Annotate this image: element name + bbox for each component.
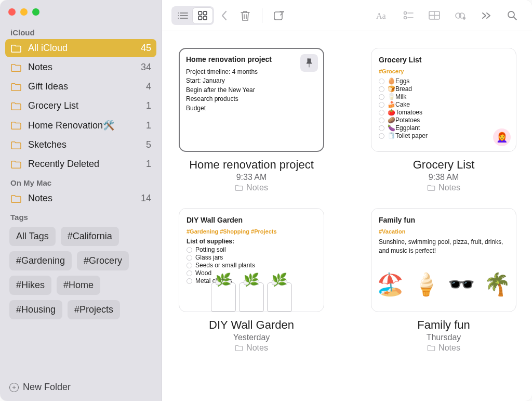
note-location: Notes bbox=[427, 183, 460, 192]
more-button[interactable] bbox=[475, 6, 498, 25]
folder-name: Sketches bbox=[28, 139, 146, 150]
checklist-item: Seeds or small plants bbox=[187, 262, 316, 269]
checklist-text: Seeds or small plants bbox=[195, 262, 255, 269]
close-window-button[interactable] bbox=[8, 8, 16, 16]
minimize-window-button[interactable] bbox=[20, 8, 28, 16]
checklist-text: 🥛Milk bbox=[388, 93, 406, 100]
checklist-text: Glass jars bbox=[195, 254, 223, 261]
chevron-double-right-icon bbox=[481, 12, 491, 19]
folder-name: Notes bbox=[28, 193, 141, 204]
compose-button[interactable] bbox=[268, 6, 290, 25]
note: DIY Wall Garden#Gardening #Shopping #Pro… bbox=[179, 208, 324, 353]
folder-icon bbox=[427, 344, 435, 352]
new-folder-button[interactable]: + New Folder bbox=[5, 377, 156, 396]
checklist-text: 🍅Tomatoes bbox=[388, 109, 422, 116]
svg-point-17 bbox=[404, 16, 407, 19]
folder-count: 1 bbox=[146, 159, 151, 170]
checkbox-icon bbox=[379, 94, 384, 100]
sidebar-folder[interactable]: Sketches5 bbox=[5, 136, 156, 154]
note-card[interactable]: DIY Wall Garden#Gardening #Shopping #Pro… bbox=[179, 208, 324, 312]
note: Family fun#VacationSunshine, swimming po… bbox=[371, 208, 516, 353]
svg-rect-7 bbox=[204, 11, 207, 15]
sidebar-folder[interactable]: Home Renovation🛠️1 bbox=[5, 116, 156, 135]
svg-point-15 bbox=[404, 11, 407, 14]
sidebar-section-label: iCloud bbox=[5, 23, 156, 39]
list-icon bbox=[178, 12, 188, 19]
card-title: Grocery List bbox=[379, 56, 509, 64]
sidebar-folder[interactable]: All iCloud45 bbox=[5, 39, 156, 57]
checklist-text: 🍞Bread bbox=[388, 85, 412, 93]
checklist-item: 🧻Toilet paper bbox=[379, 132, 509, 139]
tag-pill[interactable]: #California bbox=[61, 227, 119, 246]
tags-section-label: Tags bbox=[5, 208, 156, 224]
svg-rect-8 bbox=[198, 16, 202, 20]
checklist-item: 🍰Cake bbox=[379, 101, 509, 108]
checklist-item: Glass jars bbox=[187, 254, 316, 261]
checklist-text: 🥔Potatoes bbox=[388, 117, 420, 124]
search-button[interactable] bbox=[501, 6, 524, 25]
tag-pill[interactable]: #Grocery bbox=[77, 251, 129, 270]
note-card[interactable]: Family fun#VacationSunshine, swimming po… bbox=[371, 208, 516, 312]
compose-icon bbox=[273, 10, 285, 21]
sidebar-folder[interactable]: Notes34 bbox=[5, 58, 156, 76]
checklist-icon bbox=[403, 11, 414, 20]
sidebar-folder[interactable]: Recently Deleted1 bbox=[5, 155, 156, 173]
toolbar: Aa + bbox=[162, 0, 532, 31]
checkbox-icon bbox=[379, 102, 384, 108]
toolbar-separator bbox=[262, 8, 262, 23]
folder-count: 14 bbox=[141, 193, 151, 204]
checkbox-icon bbox=[379, 133, 384, 139]
card-title: DIY Wall Garden bbox=[187, 216, 316, 224]
table-icon bbox=[429, 11, 440, 20]
tag-pill[interactable]: #Housing bbox=[9, 300, 62, 319]
note-location-label: Notes bbox=[438, 343, 460, 353]
sidebar-folder[interactable]: Gift Ideas4 bbox=[5, 77, 156, 96]
delete-button[interactable] bbox=[234, 6, 257, 25]
link-button[interactable]: + bbox=[449, 6, 472, 25]
back-button[interactable] bbox=[217, 10, 231, 21]
table-button[interactable] bbox=[423, 6, 446, 25]
trash-icon bbox=[240, 10, 250, 21]
folder-name: Grocery List bbox=[28, 100, 146, 111]
view-toggle bbox=[171, 6, 214, 25]
checklist-text: 🧻Toilet paper bbox=[388, 132, 428, 139]
note-card[interactable]: Grocery List#Grocery 🥚Eggs 🍞Bread 🥛Milk … bbox=[371, 48, 516, 152]
checklist-button[interactable] bbox=[397, 6, 420, 25]
checkbox-icon bbox=[379, 118, 384, 123]
tag-pill[interactable]: All Tags bbox=[9, 227, 56, 246]
card-body: Sunshine, swimming pool, pizza, fruit, d… bbox=[379, 238, 509, 256]
card-title: Home renovation project bbox=[186, 55, 317, 63]
card-illustration: 🏖️🍦🕶️🌴 bbox=[377, 261, 511, 307]
sidebar-folder[interactable]: Grocery List1 bbox=[5, 97, 156, 115]
tag-pill[interactable]: #Home bbox=[57, 276, 100, 295]
note-location-label: Notes bbox=[246, 343, 268, 353]
note-time: 9:33 AM bbox=[236, 173, 267, 182]
checklist-item: 🍞Bread bbox=[379, 85, 509, 93]
note: Grocery List#Grocery 🥚Eggs 🍞Bread 🥛Milk … bbox=[371, 48, 516, 192]
folder-count: 45 bbox=[141, 43, 151, 54]
checkbox-icon bbox=[379, 125, 384, 131]
format-button[interactable]: Aa bbox=[371, 6, 394, 25]
note-card[interactable]: Home renovation projectProject timeline:… bbox=[179, 48, 324, 152]
card-subhead: List of supplies: bbox=[187, 238, 316, 245]
note-time: Thursday bbox=[427, 333, 461, 342]
pin-icon bbox=[305, 58, 313, 68]
note-time: 9:38 AM bbox=[429, 173, 459, 182]
tag-pill[interactable]: #Hikes bbox=[9, 276, 51, 295]
card-hashtags: #Gardening #Shopping #Projects bbox=[187, 228, 316, 235]
window-controls bbox=[5, 7, 156, 23]
checklist-item: Potting soil bbox=[187, 246, 316, 253]
grid-view-button[interactable] bbox=[193, 8, 212, 23]
main-area: Aa + Home renovation projectProject time… bbox=[162, 0, 532, 401]
card-title: Family fun bbox=[379, 216, 509, 224]
folder-icon bbox=[10, 194, 22, 203]
folder-count: 34 bbox=[141, 62, 151, 73]
tag-pill[interactable]: #Projects bbox=[68, 300, 120, 319]
checklist-text: Potting soil bbox=[195, 246, 226, 253]
sidebar-folder[interactable]: Notes14 bbox=[5, 189, 156, 208]
zoom-window-button[interactable] bbox=[32, 8, 39, 16]
checklist-item: 🍆Eggplant bbox=[379, 124, 509, 132]
list-view-button[interactable] bbox=[173, 8, 193, 23]
tag-pill[interactable]: #Gardening bbox=[9, 251, 72, 270]
folder-icon bbox=[10, 63, 22, 72]
